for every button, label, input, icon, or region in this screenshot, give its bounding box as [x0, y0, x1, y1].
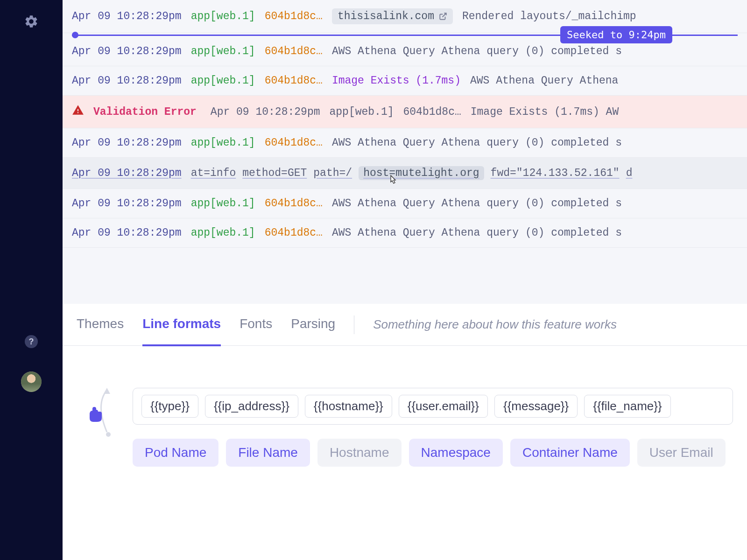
divider	[354, 315, 354, 334]
token[interactable]: {{message}}	[494, 395, 578, 418]
chip-user-email[interactable]: User Email	[637, 439, 726, 467]
log-row-error[interactable]: Validation Error Apr 09 10:28:29pm app[w…	[63, 96, 747, 128]
avatar-image	[21, 371, 42, 392]
log-kv[interactable]: d	[626, 167, 633, 179]
log-timestamp: Apr 09 10:28:29pm	[72, 75, 182, 87]
log-row-hovered[interactable]: Apr 09 10:28:29pm at=info method=GET pat…	[63, 158, 747, 189]
tab-fonts[interactable]: Fonts	[240, 303, 272, 346]
drag-handle-icon[interactable]	[86, 405, 105, 424]
log-app: app[web.1]	[191, 10, 255, 22]
log-timestamp: Apr 09 10:28:29pm	[72, 137, 182, 149]
token-input[interactable]: {{type}} {{ip_address}} {{hostname}} {{u…	[133, 388, 733, 425]
log-app: app[web.1]	[191, 197, 255, 210]
log-message: AWS Athena Query Athena query (0) comple…	[332, 137, 622, 149]
log-viewer: Apr 09 10:28:29pm app[web.1] 604b1d8c… t…	[63, 0, 747, 248]
log-timestamp: Apr 09 10:28:29pm	[72, 197, 182, 210]
log-message: Image Exists (1.7ms) AW	[471, 106, 619, 118]
main: Apr 09 10:28:29pm app[web.1] 604b1d8c… t…	[63, 0, 747, 560]
token[interactable]: {{ip_address}}	[205, 395, 298, 418]
log-kv[interactable]: path=/	[313, 167, 352, 179]
chip-namespace[interactable]: Namespace	[409, 439, 503, 467]
tab-hint: Something here about how this feature wo…	[373, 317, 617, 332]
log-kv-text: host=mutelight.org	[363, 167, 479, 179]
chip-container-name[interactable]: Container Name	[510, 439, 630, 467]
log-hash: 604b1d8c…	[265, 137, 323, 149]
chips-row: Pod Name File Name Hostname Namespace Co…	[133, 439, 733, 467]
chip-file-name[interactable]: File Name	[226, 439, 310, 467]
avatar[interactable]	[21, 371, 42, 392]
log-timestamp: Apr 09 10:28:29pm	[72, 227, 182, 239]
drag-indicator	[86, 385, 114, 441]
log-message: AWS Athena Query Athena query (0) comple…	[332, 227, 622, 239]
log-hash: 604b1d8c…	[265, 75, 323, 87]
token[interactable]: {{hostname}}	[305, 395, 392, 418]
sidebar: ?	[0, 0, 63, 560]
error-label: Validation Error	[93, 106, 197, 118]
tab-line-formats[interactable]: Line formats	[142, 303, 221, 346]
svg-line-0	[442, 13, 446, 17]
log-kv-hovered[interactable]: host=mutelight.org	[359, 166, 484, 180]
log-hash: 604b1d8c…	[265, 227, 323, 239]
log-highlight: Image Exists (1.7ms)	[332, 75, 461, 87]
log-kv[interactable]: at=info	[191, 167, 236, 179]
log-message: AWS Athena Query Athena query (0) comple…	[332, 45, 622, 57]
token[interactable]: {{user.email}}	[399, 395, 488, 418]
log-row[interactable]: Apr 09 10:28:29pm app[web.1] 604b1d8c… I…	[63, 66, 747, 96]
log-row[interactable]: Apr 09 10:28:29pm app[web.1] 604b1d8c… A…	[63, 189, 747, 218]
format-builder: {{type}} {{ip_address}} {{hostname}} {{u…	[63, 346, 747, 481]
external-link-icon	[439, 12, 447, 21]
log-app: app[web.1]	[191, 137, 255, 149]
log-hash: 604b1d8c…	[265, 45, 323, 57]
log-timestamp: Apr 09 10:28:29pm	[72, 10, 182, 22]
log-timestamp: Apr 09 10:28:29pm	[72, 167, 182, 179]
chip-pod-name[interactable]: Pod Name	[133, 439, 218, 467]
warning-icon	[72, 104, 84, 119]
seek-bar[interactable]: Seeked to 9:24pm	[72, 33, 738, 37]
svg-marker-1	[104, 388, 110, 394]
log-link-chip[interactable]: thisisalink.com	[332, 8, 453, 24]
token[interactable]: {{file_name}}	[584, 395, 670, 418]
log-hash: 604b1d8c…	[265, 10, 323, 22]
log-app: app[web.1]	[191, 227, 255, 239]
log-app: app[web.1]	[329, 106, 394, 118]
svg-point-2	[106, 432, 111, 437]
chip-hostname[interactable]: Hostname	[317, 439, 402, 467]
bottom-panel: Themes Line formats Fonts Parsing Someth…	[63, 304, 747, 560]
log-row[interactable]: Apr 09 10:28:29pm app[web.1] 604b1d8c… A…	[63, 128, 747, 158]
log-message: AWS Athena Query Athena query (0) comple…	[332, 197, 622, 210]
help-icon[interactable]: ?	[25, 335, 38, 348]
tab-bar: Themes Line formats Fonts Parsing Someth…	[63, 304, 747, 346]
token[interactable]: {{type}}	[141, 395, 198, 418]
log-kv[interactable]: method=GET	[242, 167, 307, 179]
tab-themes[interactable]: Themes	[77, 303, 124, 346]
seek-badge: Seeked to 9:24pm	[560, 26, 672, 43]
log-hash: 604b1d8c…	[265, 197, 323, 210]
log-kv[interactable]: fwd="124.133.52.161"	[491, 167, 620, 179]
gear-icon[interactable]	[24, 14, 39, 29]
log-app: app[web.1]	[191, 45, 255, 57]
log-app: app[web.1]	[191, 75, 255, 87]
log-timestamp: Apr 09 10:28:29pm	[211, 106, 320, 118]
cursor-pointer-icon	[387, 175, 398, 188]
seek-handle[interactable]	[72, 32, 78, 38]
log-hash: 604b1d8c…	[403, 106, 461, 118]
log-link-text: thisisalink.com	[338, 10, 434, 22]
log-message: Rendered layouts/_mailchimp	[462, 10, 636, 22]
log-row[interactable]: Apr 09 10:28:29pm app[web.1] 604b1d8c… A…	[63, 218, 747, 248]
log-message: AWS Athena Query Athena	[470, 75, 618, 87]
tab-parsing[interactable]: Parsing	[291, 303, 335, 346]
log-timestamp: Apr 09 10:28:29pm	[72, 45, 182, 57]
